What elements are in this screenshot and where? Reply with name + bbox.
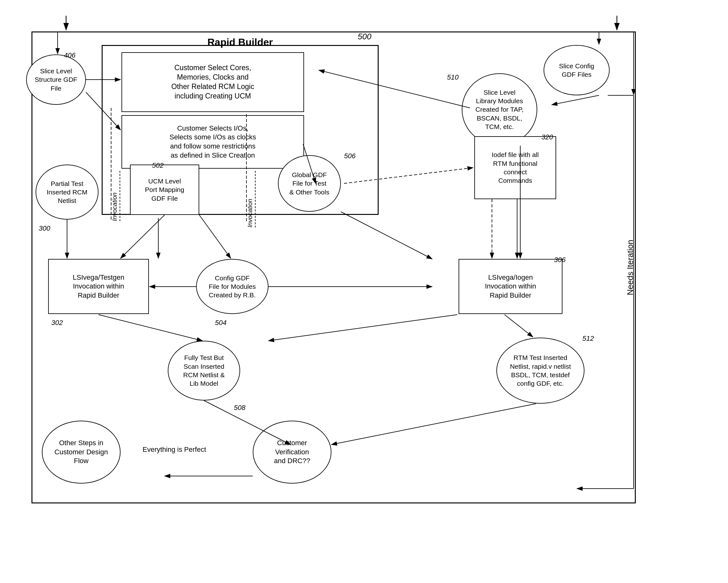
slice-level-library-ellipse: Slice Level Library Modules Created for … (462, 73, 537, 146)
diagram-container: Needs Iteration Rapid Builder Customer S… (12, 12, 714, 569)
label-406: 406 (64, 51, 76, 59)
ucm-level-box: UCM Level Port Mapping GDF File (130, 164, 199, 215)
slice-config-gdf-ellipse: Slice Config GDF Files (544, 45, 610, 95)
svg-line-10 (341, 212, 432, 259)
label-510: 510 (447, 73, 459, 81)
label-504: 504 (215, 319, 227, 327)
svg-line-22 (504, 315, 533, 337)
lsi-iogen-box: LSIvega/Iogen Invocation within Rapid Bu… (459, 259, 563, 314)
main-box: Needs Iteration Rapid Builder Customer S… (31, 31, 636, 503)
label-302: 302 (51, 319, 63, 327)
rtm-test-ellipse: RTM Test Inserted Netlist, rapid.v netli… (496, 338, 584, 404)
global-gdf-ellipse: Global GDF File for Test & Other Tools (278, 155, 341, 212)
iodef-file-box: Iodef file with all RTM functional conne… (474, 136, 556, 199)
label-320: 320 (541, 133, 553, 141)
svg-line-6 (552, 95, 599, 105)
label-512: 512 (582, 335, 594, 343)
other-steps-ellipse: Other Steps in Customer Design Flow (42, 421, 121, 483)
svg-line-23 (332, 404, 536, 445)
label-306: 306 (554, 256, 566, 264)
customer-verification-ellipse: Customer Verification and DRC?? (253, 421, 332, 483)
label-500: 500 (358, 32, 371, 42)
svg-line-14 (199, 215, 231, 258)
label-506: 506 (344, 152, 356, 160)
label-502: 502 (152, 161, 164, 169)
config-gdf-ellipse: Config GDF File for Modules Created by R… (196, 259, 268, 314)
svg-line-13 (121, 215, 165, 258)
svg-line-20 (99, 315, 202, 341)
customer-selects-ios-label: Customer Selects I/Os, Selects some I/Os… (169, 124, 256, 160)
label-300: 300 (39, 224, 50, 233)
everything-is-perfect-label: Everything is Perfect (142, 446, 206, 454)
customer-selects-ios-box: Customer Selects I/Os, Selects some I/Os… (122, 115, 304, 169)
invocation-right-label: Invocation (246, 171, 256, 228)
label-508: 508 (234, 404, 245, 412)
fully-test-ellipse: Fully Test But Scan Inserted RCM Netlist… (168, 341, 240, 400)
partial-test-ellipse: Partial Test Inserted RCM Netlist (35, 164, 99, 220)
needs-iteration-label: Needs Iteration (625, 240, 635, 295)
customer-select-cores-box: Customer Select Cores, Memories, Clocks … (122, 52, 304, 112)
rapid-builder-title: Rapid Builder (207, 36, 273, 48)
svg-line-21 (268, 315, 457, 341)
lsi-testgen-box: LSIvega/Testgen Invocation within Rapid … (48, 259, 149, 314)
customer-select-cores-label: Customer Select Cores, Memories, Clocks … (171, 63, 254, 101)
slice-level-structure-ellipse: Slice Level Structure GDF File (26, 54, 86, 105)
invocation-left-label: Invocation (111, 171, 120, 221)
